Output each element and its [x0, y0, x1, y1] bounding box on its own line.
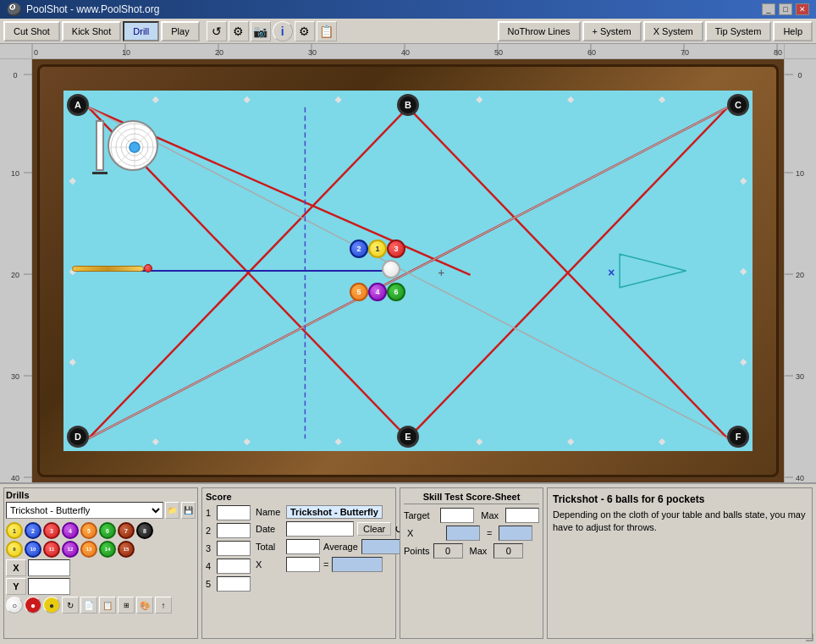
pocket-A: A — [67, 94, 89, 116]
x-score-input[interactable] — [286, 557, 320, 572]
cue-ball — [382, 260, 400, 278]
score-section: Score 1 2 3 4 — [201, 487, 396, 639]
skill-x-input[interactable] — [446, 526, 480, 541]
color-btn[interactable]: 🎨 — [136, 597, 153, 614]
y-btn[interactable]: Y — [6, 578, 26, 595]
svg-rect-50 — [659, 438, 665, 445]
close-btn[interactable]: ✕ — [796, 3, 809, 15]
max-input[interactable] — [505, 508, 539, 523]
points-max-input[interactable] — [493, 543, 523, 559]
x-score-label: X — [256, 559, 283, 570]
ball-btn-10[interactable]: 10 — [25, 541, 41, 558]
play-btn[interactable]: Play — [161, 21, 199, 41]
settings-btn[interactable]: ⚙ — [229, 21, 249, 41]
grid-btn[interactable]: ⊞ — [118, 597, 135, 614]
maximize-btn[interactable]: □ — [779, 3, 792, 15]
red-ball-btn[interactable]: ● — [25, 597, 41, 614]
equals-result[interactable] — [332, 557, 383, 572]
yellow-ball-btn[interactable]: ● — [43, 597, 60, 614]
tools-btn[interactable]: ⚙ — [295, 21, 315, 41]
score-input-1[interactable] — [217, 505, 251, 520]
ruler-right: 0 10 20 30 40 — [784, 59, 816, 482]
drill-btn[interactable]: Drill — [123, 21, 159, 41]
score-input-5[interactable] — [217, 576, 251, 592]
svg-text:30: 30 — [10, 372, 19, 381]
copy-btn[interactable]: 📋 — [99, 597, 116, 614]
page-btn[interactable]: 📄 — [80, 597, 97, 614]
export-btn[interactable]: 📋 — [317, 21, 337, 41]
no-throw-btn[interactable]: NoThrow Lines — [498, 21, 581, 41]
ruler-top: 0 10 20 30 40 50 60 70 80 — [32, 44, 784, 58]
cut-shot-btn[interactable]: Cut Shot — [3, 21, 60, 41]
pocket-C: C — [727, 94, 749, 116]
svg-rect-54 — [740, 178, 747, 184]
score-input-2[interactable] — [217, 523, 251, 538]
pocket-B: B — [397, 94, 419, 116]
skill-equals-result[interactable] — [499, 526, 532, 541]
ball-btn-4[interactable]: 4 — [62, 522, 79, 539]
help-btn[interactable]: Help — [773, 21, 813, 41]
ball-btn-15[interactable]: 15 — [118, 541, 135, 558]
svg-text:0: 0 — [34, 48, 38, 57]
ball-4: 4 — [368, 283, 387, 301]
points-input[interactable] — [433, 543, 463, 559]
minimize-btn[interactable]: _ — [762, 3, 775, 15]
score-input-3[interactable] — [217, 541, 251, 556]
spin-indicator[interactable] — [89, 116, 157, 184]
tip-system-btn[interactable]: Tip System — [705, 21, 772, 41]
svg-text:×: × — [608, 267, 615, 279]
rotate-btn[interactable]: ↻ — [62, 597, 79, 614]
cue-stick — [72, 266, 144, 272]
app-icon: 🎱 — [7, 3, 21, 16]
ball-btn-13[interactable]: 13 — [80, 541, 97, 558]
date-input[interactable] — [286, 521, 354, 537]
ball-btn-7[interactable]: 7 — [118, 522, 135, 539]
camera-btn[interactable]: 📷 — [251, 21, 271, 41]
window-controls[interactable]: _ □ ✕ — [762, 3, 809, 15]
arrow-up-btn[interactable]: ↑ — [155, 597, 172, 614]
x-btn[interactable]: X — [6, 559, 26, 576]
svg-text:0: 0 — [13, 71, 17, 80]
clear-button[interactable]: Clear — [357, 522, 391, 536]
drill-save-btn[interactable]: 💾 — [181, 502, 196, 519]
cue-ball-btn[interactable]: ○ — [6, 597, 23, 614]
ball-btn-9[interactable]: 9 — [6, 541, 23, 558]
ball-btn-5[interactable]: 5 — [80, 522, 97, 539]
y-input[interactable] — [28, 578, 70, 595]
target-label: Target — [404, 510, 437, 520]
total-input[interactable] — [286, 539, 320, 554]
ball-btn-14[interactable]: 14 — [99, 541, 116, 558]
ball-3: 3 — [387, 239, 405, 258]
score-num-3: 3 — [206, 543, 214, 553]
svg-text:20: 20 — [10, 271, 19, 279]
info-btn[interactable]: i — [273, 21, 293, 41]
ball-btn-1[interactable]: 1 — [6, 522, 23, 539]
ball-btn-2[interactable]: 2 — [25, 522, 41, 539]
ruler-left: 0 10 20 30 40 — [0, 59, 32, 482]
pool-table-container[interactable]: + × A B C D — [32, 59, 784, 482]
svg-text:80: 80 — [774, 48, 782, 57]
drill-folder-btn[interactable]: 📁 — [165, 502, 179, 519]
ball-btn-3[interactable]: 3 — [43, 522, 60, 539]
drills-dropdown[interactable]: Trickshot - Butterfly — [6, 502, 163, 519]
score-input-4[interactable] — [217, 559, 251, 574]
ball-btn-8[interactable]: 8 — [136, 522, 153, 539]
reset-btn[interactable]: ↺ — [207, 21, 227, 41]
ball-btn-11[interactable]: 11 — [43, 541, 60, 558]
name-value: Trickshot - Butterfly — [286, 505, 383, 519]
svg-text:20: 20 — [795, 271, 803, 279]
max-label: Max — [481, 510, 499, 520]
plus-system-btn[interactable]: + System — [582, 21, 642, 41]
kick-shot-btn[interactable]: Kick Shot — [62, 21, 121, 41]
x-system-btn[interactable]: X System — [643, 21, 703, 41]
x-input[interactable] — [28, 559, 70, 576]
svg-text:60: 60 — [587, 48, 596, 57]
resize-grip[interactable] — [804, 632, 814, 642]
ball-btn-6[interactable]: 6 — [99, 522, 116, 539]
table-felt[interactable]: + × A B C D — [63, 91, 753, 451]
target-input[interactable] — [440, 508, 474, 523]
ball-btn-12[interactable]: 12 — [62, 541, 79, 558]
svg-rect-46 — [244, 438, 251, 445]
name-label: Name — [256, 507, 283, 517]
svg-rect-45 — [152, 438, 159, 445]
